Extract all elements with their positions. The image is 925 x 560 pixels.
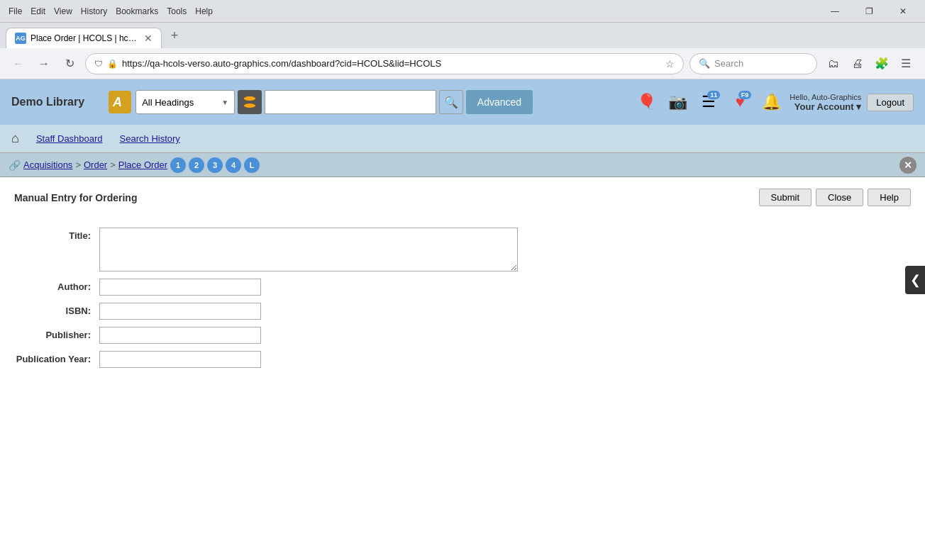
heart-icon[interactable]: ♥ F9	[727, 89, 753, 115]
tab-title: Place Order | HCOLS | hcols | A...	[31, 33, 140, 43]
list-icon[interactable]: ☰ 11	[696, 89, 721, 115]
extension-icon[interactable]: 🧩	[871, 53, 892, 74]
author-row: Author:	[14, 279, 911, 296]
camera-icon[interactable]: 📷	[665, 89, 690, 115]
step-l-badge[interactable]: L	[244, 157, 260, 173]
search-input[interactable]	[265, 90, 436, 114]
print-icon[interactable]: 🖨	[847, 53, 868, 74]
bookmark-star-icon[interactable]: ☆	[665, 58, 675, 69]
form-body: Title: Author: ISBN: Publisher: Publicat…	[14, 220, 911, 382]
url-display: https://qa-hcols-verso.auto-graphics.com…	[122, 58, 661, 69]
title-field[interactable]	[99, 228, 518, 271]
tab-favicon: AG	[15, 33, 26, 44]
logout-button[interactable]: Logout	[867, 94, 914, 111]
search-section: A All Headings ▼ 🔍 Advanced	[107, 89, 533, 115]
maximize-button[interactable]: ❐	[853, 0, 885, 23]
menu-file[interactable]: File	[6, 5, 25, 18]
headings-dropdown[interactable]: All Headings ▼	[135, 90, 235, 114]
submit-button[interactable]: Submit	[759, 189, 812, 206]
main-content: Manual Entry for Ordering Submit Close H…	[0, 177, 925, 393]
heart-badge: F9	[738, 91, 752, 99]
menu-tools[interactable]: Tools	[164, 5, 189, 18]
lock-icon: 🔒	[107, 59, 118, 69]
publisher-field[interactable]	[99, 327, 261, 344]
breadcrumb-bar: 🔗 Acquisitions > Order > Place Order 1 2…	[0, 153, 925, 177]
breadcrumb-place-order[interactable]: Place Order	[118, 159, 167, 170]
user-account-dropdown[interactable]: Your Account ▾	[790, 101, 861, 112]
publisher-label: Publisher:	[14, 327, 99, 340]
app-navbar: ⌂ Staff Dashboard Search History	[0, 125, 925, 153]
menu-view[interactable]: View	[51, 5, 75, 18]
reload-button[interactable]: ↻	[60, 54, 79, 74]
browser-menu-icons: 🗂 🖨 🧩 ☰	[823, 53, 916, 74]
search-history-link[interactable]: Search History	[120, 133, 180, 144]
list-badge: 11	[707, 91, 720, 99]
search-logo-icon: A	[107, 89, 133, 115]
close-button[interactable]: Close	[816, 189, 863, 206]
step-2-badge[interactable]: 2	[189, 157, 204, 173]
menu-bookmarks[interactable]: Bookmarks	[113, 5, 161, 18]
hamburger-menu-button[interactable]: ☰	[895, 53, 916, 74]
browser-addressbar: ← → ↻ 🛡 🔒 https://qa-hcols-verso.auto-gr…	[0, 48, 925, 79]
minimize-button[interactable]: —	[819, 0, 851, 23]
breadcrumb-sep-1: >	[75, 159, 81, 170]
user-section: Hello, Auto-Graphics Your Account ▾	[790, 93, 861, 112]
title-label: Title:	[14, 228, 99, 241]
publication-year-label: Publication Year:	[14, 351, 99, 364]
isbn-field[interactable]	[99, 303, 261, 320]
browser-search-box[interactable]: 🔍 Search	[689, 53, 817, 74]
form-actions: Submit Close Help	[759, 189, 911, 206]
author-label: Author:	[14, 279, 99, 292]
database-icon-button[interactable]	[238, 90, 262, 114]
breadcrumb-close-button[interactable]: ✕	[899, 157, 916, 174]
form-title: Manual Entry for Ordering	[14, 192, 137, 203]
publisher-row: Publisher:	[14, 327, 911, 344]
side-collapse-button[interactable]: ❮	[905, 266, 925, 294]
advanced-button[interactable]: Advanced	[466, 90, 533, 114]
publication-year-field[interactable]	[99, 351, 261, 368]
chain-link-icon: 🔗	[9, 159, 21, 171]
close-window-button[interactable]: ✕	[887, 0, 919, 23]
step-4-badge[interactable]: 4	[226, 157, 241, 173]
bell-icon[interactable]: 🔔	[758, 89, 784, 115]
form-header: Manual Entry for Ordering Submit Close H…	[14, 189, 911, 206]
browser-search-icon: 🔍	[699, 58, 710, 69]
user-greeting: Hello, Auto-Graphics	[790, 93, 861, 101]
breadcrumb-sep-2: >	[110, 159, 116, 170]
browser-tabbar: AG Place Order | HCOLS | hcols | A... ✕ …	[0, 23, 925, 48]
menu-help[interactable]: Help	[192, 5, 216, 18]
svg-text:A: A	[112, 95, 122, 109]
headings-dropdown-label: All Headings	[142, 97, 218, 108]
browser-menu[interactable]: File Edit View History Bookmarks Tools H…	[6, 5, 216, 18]
title-row: Title:	[14, 228, 911, 271]
security-icon: 🛡	[94, 59, 103, 69]
app-header: Demo Library A All Headings ▼ 🔍 Advanced	[0, 79, 925, 125]
home-icon[interactable]: ⌂	[11, 131, 19, 146]
menu-edit[interactable]: Edit	[28, 5, 48, 18]
menu-history[interactable]: History	[78, 5, 110, 18]
svg-point-4	[244, 103, 255, 108]
publication-year-row: Publication Year:	[14, 351, 911, 368]
balloon-icon[interactable]: 🎈	[633, 89, 659, 115]
forward-button[interactable]: →	[34, 54, 54, 74]
tab-close-button[interactable]: ✕	[144, 33, 153, 44]
window-controls: — ❐ ✕	[819, 0, 919, 23]
header-right-icons: 🎈 📷 ☰ 11 ♥ F9 🔔 Hello, Auto-Graphics You…	[633, 89, 914, 115]
staff-dashboard-link[interactable]: Staff Dashboard	[36, 133, 103, 144]
search-button[interactable]: 🔍	[439, 90, 463, 114]
address-bar[interactable]: 🛡 🔒 https://qa-hcols-verso.auto-graphics…	[85, 53, 684, 74]
new-tab-button[interactable]: +	[165, 26, 184, 45]
back-button[interactable]: ←	[9, 54, 28, 74]
browser-titlebar: File Edit View History Bookmarks Tools H…	[0, 0, 925, 23]
active-tab[interactable]: AG Place Order | HCOLS | hcols | A... ✕	[6, 28, 162, 48]
breadcrumb-order[interactable]: Order	[84, 159, 107, 170]
chevron-down-icon: ▼	[221, 99, 228, 106]
step-1-badge[interactable]: 1	[170, 157, 186, 173]
author-field[interactable]	[99, 279, 261, 296]
step-3-badge[interactable]: 3	[207, 157, 223, 173]
breadcrumb-acquisitions[interactable]: Acquisitions	[23, 159, 72, 170]
browser-search-placeholder: Search	[714, 58, 743, 69]
pocket-icon[interactable]: 🗂	[823, 53, 844, 74]
isbn-label: ISBN:	[14, 303, 99, 316]
help-button[interactable]: Help	[868, 189, 911, 206]
